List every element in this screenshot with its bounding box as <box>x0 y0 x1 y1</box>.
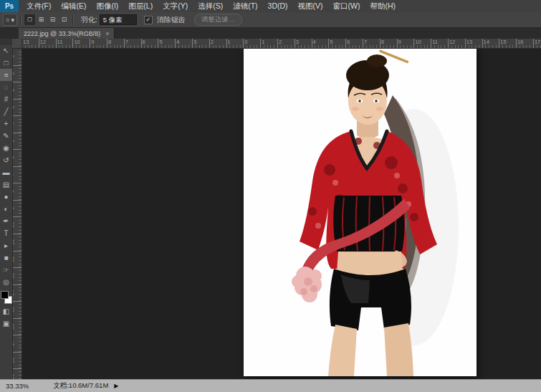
ruler-number: 9 <box>397 39 414 46</box>
ruler-number: 7 <box>12 170 22 179</box>
blur-icon: ● <box>4 193 8 201</box>
ruler-number: 6 <box>141 39 158 46</box>
tool-blur[interactable]: ● <box>0 191 12 203</box>
brush-icon: ✎ <box>3 132 9 140</box>
selection-mode-group: □⊞⊟⊡ <box>24 14 70 25</box>
ruler-number: 14 <box>12 288 22 297</box>
ruler-number: 3 <box>12 102 22 112</box>
tool-dodge[interactable]: ◐ <box>0 203 12 215</box>
tool-hand[interactable]: ☞ <box>0 264 12 276</box>
ruler-number: 11 <box>12 237 22 247</box>
ruler-number: 0 <box>12 52 22 61</box>
ruler-number: 4 <box>12 119 22 128</box>
tab-close-icon[interactable]: × <box>105 30 109 37</box>
menu-item[interactable]: 编辑(E) <box>56 0 91 12</box>
menu-item[interactable]: 文字(Y) <box>158 0 193 12</box>
tool-eraser[interactable]: ▬ <box>0 166 12 178</box>
tool-clone-stamp[interactable]: ◉ <box>0 142 12 154</box>
status-popup-arrow-icon[interactable]: ▶ <box>114 383 118 389</box>
menu-bar: Ps 文件(F)编辑(E)图像(I)图层(L)文字(Y)选择(S)滤镜(T)3D… <box>0 0 541 13</box>
menu-item[interactable]: 图层(L) <box>123 0 158 12</box>
feather-input[interactable]: 5 像素 <box>100 14 137 25</box>
shape-icon: ■ <box>4 254 8 262</box>
app-logo: Ps <box>0 0 19 12</box>
ruler-top[interactable]: 1312111098765432101234567891011121314151… <box>12 39 541 49</box>
refine-edge-button[interactable]: 调整边缘… <box>194 14 243 26</box>
tool-rectangular-marquee[interactable]: □ <box>0 57 12 69</box>
ruler-number: 13 <box>21 39 39 46</box>
foreground-color-swatch[interactable] <box>1 291 9 299</box>
document-image <box>244 48 477 376</box>
ruler-number: 4 <box>175 39 192 46</box>
tool-zoom[interactable]: ◎ <box>0 276 12 288</box>
ruler-number: 11 <box>56 39 73 46</box>
new-selection-icon[interactable]: □ <box>24 14 35 25</box>
menu-item[interactable]: 帮助(H) <box>365 0 401 12</box>
ruler-number: 7 <box>363 39 380 46</box>
ruler-number: 12 <box>39 39 56 46</box>
menu-item[interactable]: 3D(D) <box>263 0 293 12</box>
status-bar: 33.33% 文档:10.6M/7.61M ▶ <box>0 379 541 392</box>
tool-type[interactable]: T <box>0 227 12 239</box>
menu-item[interactable]: 图像(I) <box>91 0 123 12</box>
ruler-number: 2 <box>12 85 22 95</box>
menu-item[interactable]: 选择(S) <box>193 0 228 12</box>
zoom-level-field[interactable]: 33.33% <box>6 382 29 390</box>
tool-history-brush[interactable]: ↺ <box>0 154 12 166</box>
tool-screen-mode[interactable]: ▣ <box>0 317 12 330</box>
menu-item[interactable]: 滤镜(T) <box>228 0 262 12</box>
document-canvas[interactable] <box>244 48 477 376</box>
ruler-number: 0 <box>243 39 260 46</box>
tool-healing-brush[interactable]: + <box>0 118 12 130</box>
hand-icon: ☞ <box>3 266 9 274</box>
quick-mask-icon: ◧ <box>3 307 9 315</box>
history-brush-icon: ↺ <box>3 156 9 164</box>
caret-down-icon: ▾ <box>11 16 14 24</box>
crop-icon: # <box>4 95 9 103</box>
tool-crop[interactable]: # <box>0 93 12 105</box>
type-icon: T <box>4 229 8 237</box>
ruler-number: 3 <box>192 39 209 46</box>
tool-gradient[interactable]: ▤ <box>0 178 12 191</box>
antialias-checkbox[interactable]: ✓ <box>144 16 153 24</box>
ruler-number: 8 <box>380 39 397 46</box>
tool-lasso[interactable]: ○ <box>0 69 12 81</box>
toolbar-grip[interactable] <box>0 39 12 44</box>
tool-quick-mask[interactable]: ◧ <box>0 305 12 317</box>
add-to-selection-icon[interactable]: ⊞ <box>36 14 47 25</box>
move-icon: ↖ <box>3 47 9 54</box>
eyedropper-icon: ╱ <box>4 107 8 115</box>
ruler-number: 18 <box>12 355 22 365</box>
feather-label: 羽化: <box>81 15 97 25</box>
ruler-number: 16 <box>12 322 22 331</box>
ruler-left[interactable]: 012345678910111213141516171819 <box>12 48 22 380</box>
lasso-icon: ○ <box>4 71 8 79</box>
subtract-from-selection-icon[interactable]: ⊟ <box>47 14 58 25</box>
tool-shape[interactable]: ■ <box>0 252 12 264</box>
ruler-number: 13 <box>465 39 482 46</box>
ruler-number: 8 <box>12 187 22 196</box>
color-swatches[interactable] <box>0 290 12 305</box>
tool-quick-selection[interactable]: ◌ <box>0 81 12 93</box>
ruler-number: 17 <box>12 339 22 348</box>
gradient-icon: ▤ <box>3 181 9 188</box>
ruler-number: 13 <box>12 271 22 280</box>
tool-move[interactable]: ↖ <box>0 44 12 57</box>
menu-item[interactable]: 窗口(W) <box>328 0 365 12</box>
ruler-number: 7 <box>124 39 141 46</box>
tool-eyedropper[interactable]: ╱ <box>0 105 12 118</box>
ruler-number: 16 <box>516 39 533 46</box>
document-tab[interactable]: 2222.jpg @ 33.3%(RGB/8) × <box>19 27 115 39</box>
intersect-selection-icon[interactable]: ⊡ <box>59 14 70 25</box>
dodge-icon: ◐ <box>4 205 8 213</box>
tool-brush[interactable]: ✎ <box>0 130 12 142</box>
tool-preset-button[interactable]: ○ ▾ <box>3 14 17 26</box>
ruler-number: 10 <box>72 39 90 46</box>
ruler-number: 5 <box>12 136 22 145</box>
tool-pen[interactable]: ✒ <box>0 215 12 227</box>
options-bar: ○ ▾ □⊞⊟⊡ 羽化: 5 像素 ✓ 消除锯齿 调整边缘… <box>0 12 541 28</box>
menu-item[interactable]: 视图(V) <box>293 0 328 12</box>
menu-item[interactable]: 文件(F) <box>21 0 56 12</box>
document-tab-bar: 2222.jpg @ 33.3%(RGB/8) × <box>0 27 541 39</box>
tool-path-selection[interactable]: ▸ <box>0 239 12 252</box>
